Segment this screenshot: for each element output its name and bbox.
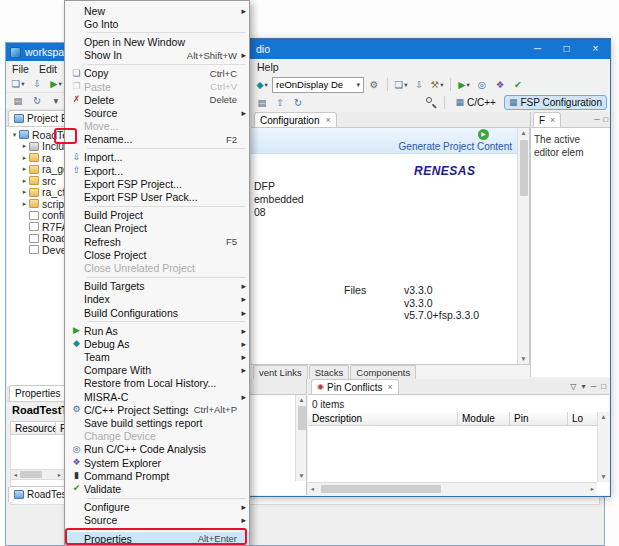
menu-item-configure[interactable]: Configure▸ [65, 501, 249, 514]
build-all-button[interactable]: ⚒▾ [429, 77, 445, 92]
menu-item-delete[interactable]: ✗DeleteDelete [65, 93, 249, 106]
scroll-thumb[interactable] [321, 485, 441, 493]
menu-item-import[interactable]: ⇩Import... [65, 151, 249, 164]
close-icon[interactable]: × [550, 116, 555, 125]
close-icon[interactable]: × [325, 116, 330, 125]
view-menu-icon[interactable]: ▾ [581, 382, 585, 391]
menu-item-run-as[interactable]: ▶Run As▸ [65, 324, 249, 337]
menu-item-open-in-new-window[interactable]: Open in New Window [65, 35, 249, 48]
column-header-description[interactable]: Description [308, 412, 458, 425]
close-icon[interactable]: × [388, 383, 393, 392]
menu-edit[interactable]: Edit [39, 63, 57, 75]
expander-icon[interactable]: ▸ [20, 142, 29, 150]
fsp-summary-button[interactable]: ▤ [254, 95, 270, 110]
editor-vertical-scrollbar[interactable]: ▲ ▼ [517, 128, 529, 364]
column-header-resource[interactable]: Resource [10, 421, 56, 435]
menu-item-close-project[interactable]: Close Project [65, 248, 249, 261]
run-button[interactable]: ▶▾ [48, 77, 64, 92]
scroll-down-icon[interactable]: ▼ [296, 471, 307, 481]
scroll-up-icon[interactable]: ▲ [296, 395, 307, 405]
scroll-thumb[interactable] [520, 140, 528, 196]
scroll-down-icon[interactable]: ▼ [518, 354, 529, 364]
menu-help[interactable]: Help [257, 61, 279, 73]
scroll-right-icon[interactable]: ▸ [55, 471, 64, 479]
menu-item-misra-c[interactable]: MISRA-C▸ [65, 390, 249, 403]
generate-play-icon[interactable]: ▶ [478, 129, 489, 140]
save-all-button[interactable]: ⇩ [411, 77, 427, 92]
save-button[interactable]: ⇩ [29, 77, 45, 92]
scroll-up-icon[interactable]: ▲ [598, 412, 609, 422]
tab-fsp-view[interactable]: F × [533, 112, 561, 127]
menu-item-validate[interactable]: ✔Validate [65, 482, 249, 495]
menu-item-c-c-project-settings[interactable]: ⚙C/C++ Project SettingsCtrl+Alt+P [65, 403, 249, 416]
scroll-left-icon[interactable]: ◂ [11, 471, 20, 479]
tab-pin-conflicts[interactable]: ◉ Pin Conflicts × [311, 379, 399, 394]
menu-item-team[interactable]: Team▸ [65, 351, 249, 364]
expander-icon[interactable]: ▸ [20, 188, 29, 196]
expander-icon[interactable]: ▸ [20, 165, 29, 173]
link-with-editor-button[interactable]: ↻ [29, 94, 45, 109]
debug-configurations-button[interactable]: ◆▾ [254, 77, 270, 92]
expander-icon[interactable]: ▾ [10, 131, 19, 139]
properties-horizontal-scrollbar[interactable]: ◂ ▸ [10, 469, 65, 480]
refresh-button[interactable]: ↻ [290, 95, 306, 110]
menu-item-save-build-settings-report[interactable]: Save build settings report [65, 416, 249, 429]
menu-item-export[interactable]: ⇧Export... [65, 164, 249, 177]
menu-item-index[interactable]: Index▸ [65, 293, 249, 306]
menu-file[interactable]: File [12, 63, 29, 75]
scroll-right-icon[interactable]: ▸ [588, 485, 597, 493]
menu-item-build-project[interactable]: Build Project [65, 209, 249, 222]
menu-item-debug-as[interactable]: ◆Debug As▸ [65, 337, 249, 350]
minimize-icon[interactable]: ─ [523, 39, 552, 59]
minimize-view-icon[interactable]: ─ [590, 382, 596, 391]
menu-item-rename[interactable]: Rename...F2 [65, 133, 249, 146]
column-header-lo[interactable]: Lo [568, 412, 597, 425]
menu-item-run-c-c-code-analysis[interactable]: ◎Run C/C++ Code Analysis [65, 443, 249, 456]
menu-item-export-fsp-project[interactable]: Export FSP Project... [65, 177, 249, 190]
expander-icon[interactable]: ▸ [20, 177, 29, 185]
menu-item-new[interactable]: New▸ [65, 4, 249, 17]
menu-item-refresh[interactable]: RefreshF5 [65, 235, 249, 248]
menu-item-compare-with[interactable]: Compare With▸ [65, 364, 249, 377]
run-button[interactable]: ▶▾ [456, 77, 472, 92]
pin-conflicts-vertical-scrollbar[interactable]: ▲ ▼ [597, 412, 609, 482]
menu-item-export-fsp-user-pack[interactable]: Export FSP User Pack... [65, 190, 249, 203]
search-icon[interactable] [426, 97, 437, 108]
collapse-all-button[interactable]: ▤ [10, 94, 26, 109]
perspective-cpp-button[interactable]: ▦ C/C++ [452, 95, 500, 110]
pin-conflicts-horizontal-scrollbar[interactable]: ◂ ▸ [308, 482, 597, 495]
tab-fsp-configuration-editor[interactable]: Configuration × [254, 112, 337, 127]
tab-stacks[interactable]: Stacks [309, 365, 350, 379]
menu-item-build-targets[interactable]: Build Targets▸ [65, 280, 249, 293]
column-header-module[interactable]: Module [458, 412, 510, 425]
view-menu-button[interactable]: ▾ [48, 94, 64, 109]
column-header-pin[interactable]: Pin [510, 412, 568, 425]
new-wizard-button[interactable]: ❏▾ [393, 77, 409, 92]
tab-components[interactable]: Components [350, 365, 416, 379]
maximize-icon[interactable]: □ [552, 39, 581, 59]
scroll-left-icon[interactable]: ◂ [308, 485, 317, 493]
menu-item-command-prompt[interactable]: ▮Command Prompt [65, 469, 249, 482]
menu-item-source[interactable]: Source▸ [65, 514, 249, 527]
scroll-down-icon[interactable]: ▼ [598, 472, 609, 482]
bottom-left-vertical-scrollbar[interactable]: ▲ ▼ [295, 395, 306, 481]
expander-icon[interactable]: ▸ [20, 154, 29, 162]
maximize-view-icon[interactable]: □ [601, 382, 606, 391]
tab-vent-links[interactable]: vent Links [253, 365, 308, 379]
filter-icon[interactable]: ▽ [570, 382, 576, 391]
launch-config-combo[interactable]: reOnDisplay De▾ [272, 77, 364, 93]
menu-item-source[interactable]: Source▸ [65, 106, 249, 119]
menu-item-go-into[interactable]: Go Into [65, 17, 249, 30]
generate-project-content-link[interactable]: Generate Project Content [399, 141, 512, 152]
menu-item-clean-project[interactable]: Clean Project [65, 222, 249, 235]
scroll-thumb[interactable] [20, 471, 42, 478]
menu-item-system-explorer[interactable]: ❖System Explorer [65, 456, 249, 469]
maximize-view-icon[interactable]: □ [603, 115, 608, 124]
menu-item-build-configurations[interactable]: Build Configurations▸ [65, 306, 249, 319]
menu-item-copy[interactable]: ❏CopyCtrl+C [65, 67, 249, 80]
expander-icon[interactable]: ▸ [20, 200, 29, 208]
close-icon[interactable]: × [581, 39, 610, 59]
validate-button[interactable]: ✔ [510, 77, 526, 92]
menu-item-show-in[interactable]: Show InAlt+Shift+W▸ [65, 49, 249, 62]
new-wizard-button[interactable]: ❏▾ [10, 77, 26, 92]
